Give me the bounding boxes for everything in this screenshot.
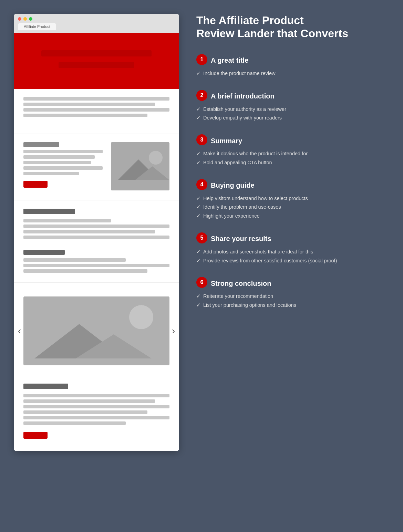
content-area: ‹ › xyxy=(14,89,179,451)
browser-mockup: Affiliate Product xyxy=(14,14,179,451)
svg-point-7 xyxy=(129,305,153,329)
annotation-point: Establish your authority as a reviewer xyxy=(196,106,389,113)
text-line xyxy=(23,416,169,419)
text-line xyxy=(23,264,169,267)
annotation-points-6: Reiterate your recommendation List your … xyxy=(196,293,389,309)
annotation-point: Identify the problem and use-cases xyxy=(196,204,389,211)
annotations-panel: The Affiliate ProductReview Lander that … xyxy=(196,14,389,322)
annotation-title-3: Summary xyxy=(211,137,242,145)
annotation-header-1: 1 A great title xyxy=(196,54,389,67)
text-line xyxy=(23,166,103,170)
section-buying xyxy=(14,200,179,283)
annotation-item-1: 1 A great title Include the product name… xyxy=(196,54,389,77)
carousel-next-button[interactable]: › xyxy=(169,325,178,336)
text-line xyxy=(23,172,79,175)
annotation-title-1: A great title xyxy=(211,56,248,64)
text-line xyxy=(23,97,169,101)
annotation-title-6: Strong conclusion xyxy=(211,280,271,288)
annotation-point: Reiterate your recommendation xyxy=(196,293,389,300)
text-line xyxy=(23,269,147,273)
main-container: Affiliate Product xyxy=(14,14,389,451)
hero-title-bar xyxy=(41,50,152,56)
hero-section xyxy=(14,33,179,89)
annotation-title-4: Buying guide xyxy=(211,181,255,189)
text-line xyxy=(23,155,95,159)
annotation-header-4: 4 Buying guide xyxy=(196,179,389,192)
text-line xyxy=(23,225,169,228)
annotation-number-6: 6 xyxy=(196,277,207,288)
summary-heading-bar xyxy=(23,142,59,147)
annotation-point: Make it obvious who the product is inten… xyxy=(196,150,389,158)
annotation-item-4: 4 Buying guide Help visitors understand … xyxy=(196,179,389,220)
summary-left xyxy=(23,142,103,190)
annotation-number-1: 1 xyxy=(196,54,207,65)
conclusion-cta-button[interactable] xyxy=(23,432,48,439)
text-line xyxy=(23,236,169,239)
buying-subheading-bar xyxy=(23,250,65,255)
summary-cta-button[interactable] xyxy=(23,181,48,188)
buying-heading-bar xyxy=(23,209,75,214)
text-line xyxy=(23,108,169,112)
carousel-image xyxy=(23,296,169,365)
text-line xyxy=(23,394,169,397)
intro-text-lines xyxy=(23,97,169,117)
annotation-point: Provide reviews from other satisfied cus… xyxy=(196,257,389,265)
summary-text-lines xyxy=(23,150,103,175)
annotation-points-1: Include the product name review xyxy=(196,70,389,77)
annotation-point: Highlight your experience xyxy=(196,212,389,220)
annotation-point: Develop empathy with your readers xyxy=(196,114,389,122)
annotation-header-5: 5 Share your results xyxy=(196,232,389,246)
dot-maximize xyxy=(29,17,32,21)
section-conclusion xyxy=(14,375,179,451)
text-line xyxy=(23,410,147,414)
text-line xyxy=(23,230,155,233)
main-title: The Affiliate ProductReview Lander that … xyxy=(196,14,389,40)
carousel-prev-button[interactable]: ‹ xyxy=(15,325,24,336)
conclusion-text-group xyxy=(23,394,169,425)
text-line xyxy=(23,219,111,222)
annotation-item-6: 6 Strong conclusion Reiterate your recom… xyxy=(196,277,389,309)
annotation-point: Bold and appealing CTA button xyxy=(196,159,389,167)
dot-minimize xyxy=(23,17,27,21)
browser-chrome: Affiliate Product xyxy=(14,14,179,33)
hero-subtitle-bar xyxy=(59,62,134,68)
summary-image-placeholder xyxy=(111,142,169,190)
carousel-wrapper: ‹ › xyxy=(23,296,169,365)
annotation-points-4: Help visitors understand how to select p… xyxy=(196,195,389,220)
annotation-item-5: 5 Share your results Add photos and scre… xyxy=(196,232,389,265)
annotation-number-5: 5 xyxy=(196,232,207,243)
annotation-header-3: 3 Summary xyxy=(196,134,389,147)
annotation-title-2: A brief introduction xyxy=(211,92,275,100)
text-line xyxy=(23,258,126,262)
annotation-item-3: 3 Summary Make it obvious who the produc… xyxy=(196,134,389,167)
text-line xyxy=(23,161,91,164)
section-summary xyxy=(14,134,179,200)
annotation-points-3: Make it obvious who the product is inten… xyxy=(196,150,389,167)
annotation-number-3: 3 xyxy=(196,134,207,145)
annotation-point: Add photos and screenshots that are idea… xyxy=(196,248,389,256)
annotation-point: Help visitors understand how to select p… xyxy=(196,195,389,202)
browser-tab: Affiliate Product xyxy=(18,23,56,30)
buying-text-group-1 xyxy=(23,219,169,239)
annotation-header-6: 6 Strong conclusion xyxy=(196,277,389,290)
browser-dots xyxy=(18,17,175,21)
text-line xyxy=(23,405,169,408)
text-line xyxy=(23,150,103,153)
text-line xyxy=(23,399,155,403)
annotation-number-4: 4 xyxy=(196,179,207,190)
annotation-number-2: 2 xyxy=(196,90,207,101)
annotation-points-5: Add photos and screenshots that are idea… xyxy=(196,248,389,265)
text-line xyxy=(23,421,126,425)
annotation-title-5: Share your results xyxy=(211,235,271,243)
section-intro xyxy=(14,89,179,134)
annotation-point: List your purchasing options and locatio… xyxy=(196,302,389,309)
text-line xyxy=(23,103,155,106)
conclusion-heading-bar xyxy=(23,384,68,389)
annotation-item-2: 2 A brief introduction Establish your au… xyxy=(196,90,389,122)
text-line xyxy=(23,114,147,117)
section-results: ‹ › xyxy=(14,283,179,375)
annotation-header-2: 2 A brief introduction xyxy=(196,90,389,103)
dot-close xyxy=(18,17,21,21)
annotation-points-2: Establish your authority as a reviewer D… xyxy=(196,106,389,122)
buying-text-group-2 xyxy=(23,258,169,273)
